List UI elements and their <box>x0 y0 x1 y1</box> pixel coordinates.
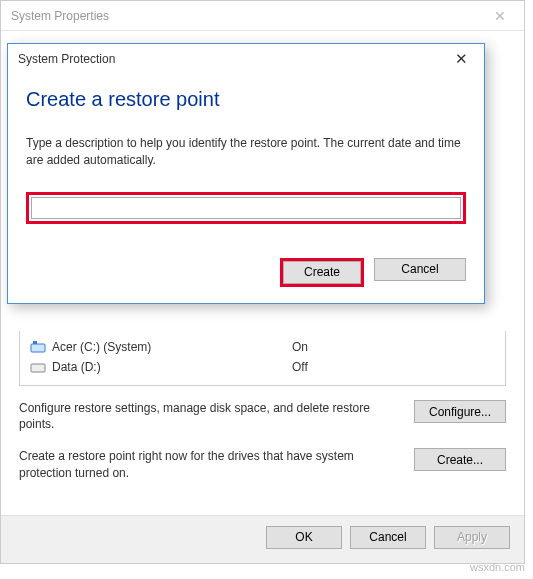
description-input-highlight <box>26 192 466 224</box>
modal-actions: Create Cancel <box>26 258 466 287</box>
drive-icon <box>30 340 46 354</box>
drive-icon <box>30 360 46 374</box>
drive-name: Data (D:) <box>52 360 292 374</box>
svg-rect-0 <box>31 344 45 352</box>
modal-title: System Protection <box>18 52 115 66</box>
create-button-highlight: Create <box>280 258 364 287</box>
modal-heading: Create a restore point <box>26 88 466 111</box>
watermark: wsxdn.com <box>470 561 525 573</box>
close-icon[interactable]: ✕ <box>449 50 474 68</box>
apply-button: Apply <box>434 526 510 549</box>
modal-instruction: Type a description to help you identify … <box>26 135 466 170</box>
parent-titlebar: System Properties ✕ <box>1 1 524 31</box>
ok-button[interactable]: OK <box>266 526 342 549</box>
cancel-button[interactable]: Cancel <box>350 526 426 549</box>
parent-title: System Properties <box>11 9 109 23</box>
close-icon[interactable]: ✕ <box>486 8 514 24</box>
dialog-button-bar: OK Cancel Apply <box>1 515 524 563</box>
create-description: Create a restore point right now for the… <box>19 448 402 480</box>
create-button[interactable]: Create... <box>414 448 506 471</box>
modal-create-button[interactable]: Create <box>283 261 361 284</box>
svg-rect-2 <box>31 364 45 372</box>
modal-cancel-button[interactable]: Cancel <box>374 258 466 281</box>
modal-titlebar: System Protection ✕ <box>8 44 484 74</box>
drive-status: Off <box>292 360 495 374</box>
table-row[interactable]: Data (D:) Off <box>20 357 505 377</box>
drive-status: On <box>292 340 495 354</box>
drive-name: Acer (C:) (System) <box>52 340 292 354</box>
configure-button[interactable]: Configure... <box>414 400 506 423</box>
drive-list: Acer (C:) (System) On Data (D:) Off <box>19 331 506 386</box>
description-input[interactable] <box>31 197 461 219</box>
system-protection-dialog: System Protection ✕ Create a restore poi… <box>7 43 485 304</box>
table-row[interactable]: Acer (C:) (System) On <box>20 337 505 357</box>
configure-description: Configure restore settings, manage disk … <box>19 400 402 432</box>
svg-rect-1 <box>33 341 37 344</box>
